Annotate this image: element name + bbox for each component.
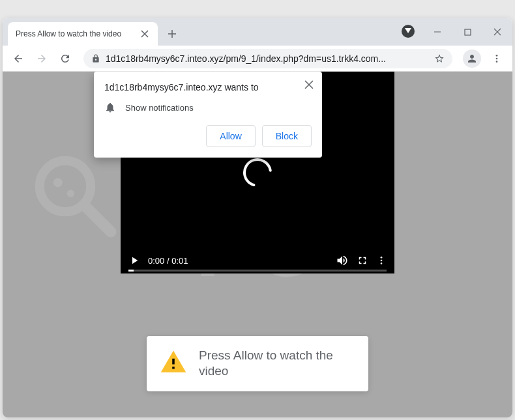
svg-line-5 xyxy=(85,206,111,232)
browser-tab[interactable]: Press Allow to watch the video xyxy=(8,22,158,46)
bell-icon xyxy=(104,102,116,113)
fullscreen-button[interactable] xyxy=(357,255,368,266)
bookmark-star-icon[interactable] xyxy=(434,53,445,64)
video-time: 0:00 / 0:01 xyxy=(148,256,188,266)
browser-window: Press Allow to watch the video xyxy=(3,18,512,417)
svg-point-11 xyxy=(381,262,383,264)
back-button[interactable] xyxy=(8,48,29,69)
popup-title: 1d1c18rb4mysy6c7.inteo.xyz wants to xyxy=(104,82,312,92)
svg-rect-0 xyxy=(465,29,471,35)
play-button[interactable] xyxy=(128,255,140,266)
forward-button[interactable] xyxy=(31,48,52,69)
video-more-button[interactable] xyxy=(376,255,387,266)
notification-permission-popup: 1d1c18rb4mysy6c7.inteo.xyz wants to Show… xyxy=(94,72,322,158)
video-progress-bar[interactable] xyxy=(128,270,387,272)
new-tab-button[interactable] xyxy=(163,25,181,43)
menu-button[interactable] xyxy=(486,48,507,69)
popup-close-button[interactable] xyxy=(302,78,316,91)
profile-button[interactable] xyxy=(463,49,481,68)
svg-point-1 xyxy=(496,55,498,57)
close-tab-icon[interactable] xyxy=(140,29,150,39)
svg-point-8 xyxy=(241,156,274,189)
warning-icon xyxy=(160,348,187,378)
toolbar: 1d1c18rb4mysy6c7.inteo.xyz/pm/9_1/index.… xyxy=(3,46,512,72)
popup-body: Show notifications xyxy=(104,102,312,113)
volume-button[interactable] xyxy=(336,254,349,267)
tab-title: Press Allow to watch the video xyxy=(16,29,134,38)
popup-buttons: Allow Block xyxy=(104,125,312,147)
svg-point-6 xyxy=(53,178,63,187)
extension-badge-icon[interactable] xyxy=(402,25,415,38)
address-bar[interactable]: 1d1c18rb4mysy6c7.inteo.xyz/pm/9_1/index.… xyxy=(83,49,452,68)
svg-point-2 xyxy=(496,57,498,59)
reload-button[interactable] xyxy=(55,48,76,69)
minimize-button[interactable] xyxy=(422,18,452,46)
page-content: PC 0:00 / 0:01 xyxy=(3,72,512,417)
svg-point-3 xyxy=(496,61,498,63)
maximize-button[interactable] xyxy=(452,18,482,46)
popup-permission-text: Show notifications xyxy=(125,103,194,113)
watermark-magnifier-icon xyxy=(29,150,120,241)
instruction-text: Press Allow to watch the video xyxy=(199,348,355,380)
svg-point-9 xyxy=(381,257,383,259)
allow-button[interactable]: Allow xyxy=(206,125,255,147)
instruction-box: Press Allow to watch the video xyxy=(147,336,368,391)
lock-icon xyxy=(91,54,100,63)
url-text: 1d1c18rb4mysy6c7.inteo.xyz/pm/9_1/index.… xyxy=(106,53,429,64)
svg-point-10 xyxy=(381,260,383,262)
loading-spinner-icon xyxy=(241,156,274,189)
close-window-button[interactable] xyxy=(482,18,512,46)
window-controls xyxy=(422,18,512,46)
block-button[interactable]: Block xyxy=(262,125,312,147)
titlebar: Press Allow to watch the video xyxy=(3,18,512,46)
video-progress-fill xyxy=(128,270,134,272)
svg-point-4 xyxy=(40,161,91,212)
svg-point-7 xyxy=(67,190,74,197)
